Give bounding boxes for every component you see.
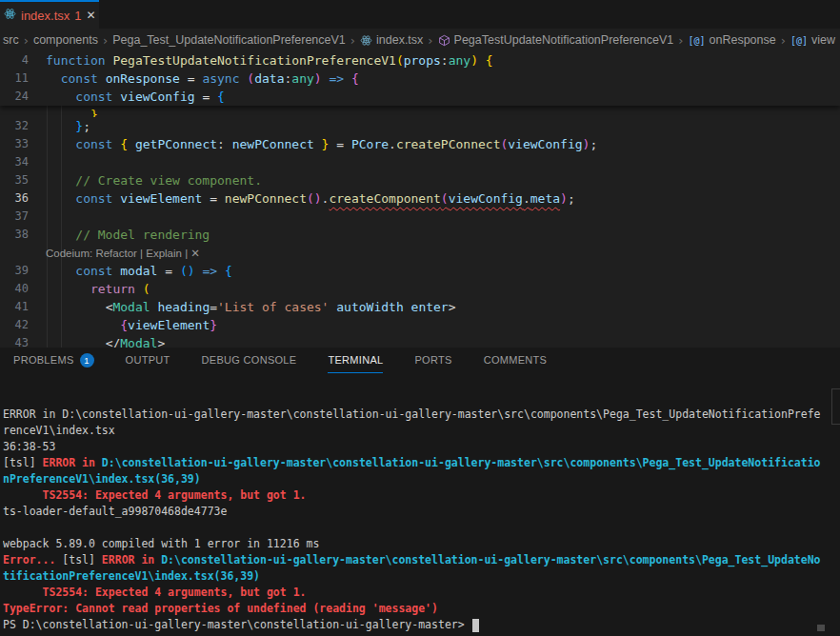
line-number[interactable]: 34 (0, 153, 29, 171)
code-token (478, 53, 486, 68)
code-token: { (486, 53, 493, 68)
breadcrumb-label: view (811, 33, 835, 47)
line-number[interactable]: 39 (0, 262, 29, 280)
panel-tab-output[interactable]: OUTPUT (126, 348, 170, 373)
code-token: => (202, 264, 217, 278)
panel-tab-comments[interactable]: COMMENTS (484, 348, 548, 373)
code-line[interactable]: 4function PegaTestUpdateNotificationPref… (0, 51, 840, 70)
code-line[interactable]: 40 return ( (0, 280, 840, 298)
line-number[interactable]: 41 (0, 298, 29, 316)
code-line[interactable]: 32 }; (0, 117, 840, 135)
line-number[interactable]: 36 (0, 189, 29, 208)
code-editor[interactable]: 4function PegaTestUpdateNotificationPref… (0, 51, 840, 348)
code-token: ) (560, 191, 568, 206)
editor-tab-bar: index.tsx 1 ✕ (0, 0, 840, 29)
code-token (46, 71, 61, 86)
code-text: </Modal> (46, 334, 165, 348)
chevron-right-icon: › (678, 33, 683, 48)
code-token: onResponse (106, 71, 180, 86)
close-icon[interactable]: ✕ (87, 9, 96, 22)
code-text: const { getPConnect: newPConnect } = PCo… (46, 135, 597, 153)
code-token: webpack 5.89.0 compiled with 1 error in … (3, 537, 319, 550)
code-token: data (254, 71, 284, 86)
code-text: const viewElement = newPConnect().create… (46, 189, 575, 208)
breadcrumb-item-components[interactable]: components (33, 33, 98, 47)
code-token: Error... (3, 553, 62, 566)
terminal-line: nPreferenceV1\index.tsx(36,39) (3, 471, 840, 487)
code-line[interactable]: 33 const { getPConnect: newPConnect } = … (0, 135, 840, 153)
line-number[interactable]: 4 (0, 51, 29, 70)
code-line[interactable]: 43 </Modal> (0, 334, 840, 348)
line-number[interactable]: 24 (0, 88, 29, 106)
code-token: const (75, 137, 112, 151)
chevron-right-icon: › (781, 33, 786, 48)
code-token: PS D:\constellation-ui-gallery-master\co… (3, 618, 471, 631)
code-token: nPreferenceV1\index.tsx(36,39) (3, 472, 201, 486)
line-number[interactable]: 35 (0, 171, 29, 189)
code-token: ERROR in D:\constellation-ui-gallery-mas… (3, 407, 821, 421)
code-token: viewConfig (120, 89, 194, 104)
breadcrumb-label: PegaTestUpdateNotificationPreferenceV1 (454, 33, 674, 47)
code-token: // Model rendering (75, 228, 210, 242)
line-number[interactable]: 42 (0, 316, 29, 334)
line-number[interactable]: 33 (0, 135, 29, 153)
code-line[interactable]: 11 const onResponse = async (data:any) =… (0, 70, 840, 88)
code-text: {viewElement} (46, 316, 217, 334)
code-line[interactable]: 36 const viewElement = newPConnect().cre… (0, 189, 840, 208)
tab-index-tsx[interactable]: index.tsx 1 ✕ (0, 0, 99, 29)
sticky-scroll: 4function PegaTestUpdateNotificationPref… (0, 51, 840, 106)
panel-tab-label: PROBLEMS (13, 354, 74, 366)
code-token: ( (143, 282, 150, 296)
code-line[interactable]: 24 const viewConfig = { (0, 88, 840, 106)
panel-tab-terminal[interactable]: TERMINAL (328, 348, 383, 373)
line-number[interactable] (0, 106, 29, 117)
panel-tab-debug-console[interactable]: DEBUG CONSOLE (202, 348, 297, 373)
code-token: . (523, 191, 530, 206)
chevron-right-icon: › (428, 33, 432, 48)
panel-tab-problems[interactable]: PROBLEMS1 (13, 348, 94, 373)
code-token (46, 89, 75, 104)
code-line[interactable]: 42 {viewElement} (0, 316, 840, 334)
breadcrumb-item-view[interactable]: [@]view (790, 33, 835, 47)
terminal[interactable]: ERROR in D:\constellation-ui-gallery-mas… (0, 373, 840, 636)
react-icon (360, 34, 372, 47)
breadcrumb-item-pega-test-updatenotificationpreferencev1[interactable]: Pega_Test_UpdateNotificationPreferenceV1 (112, 33, 346, 47)
breadcrumb-item-src[interactable]: src (3, 33, 19, 47)
panel-tab-bar: PROBLEMS1OUTPUTDEBUG CONSOLETERMINALPORT… (0, 348, 840, 373)
terminal-line (3, 520, 840, 536)
panel-tab-label: TERMINAL (328, 354, 383, 366)
breadcrumb-label: components (33, 33, 98, 47)
line-number[interactable]: 43 (0, 334, 29, 348)
problems-count-badge: 1 (80, 353, 94, 368)
code-token: { (120, 137, 128, 151)
breadcrumb-label: src (3, 33, 19, 47)
code-line[interactable]: } (0, 106, 840, 117)
code-line[interactable]: 34 (0, 153, 840, 171)
code-token: ) (470, 53, 478, 68)
code-token: ( (441, 191, 449, 206)
breadcrumb-item-onresponse[interactable]: [@]onResponse (688, 33, 775, 47)
terminal-scrollbar[interactable] (831, 388, 840, 425)
code-line[interactable]: 38 // Model rendering (0, 226, 840, 244)
line-number[interactable]: 11 (0, 70, 29, 88)
line-number[interactable]: 37 (0, 208, 29, 226)
code-token: ; (83, 119, 90, 133)
code-token: </ (106, 336, 121, 348)
code-line[interactable]: 41 <Modal heading='List of cases' autoWi… (0, 298, 840, 316)
code-line[interactable]: 35 // Create view component. (0, 171, 840, 189)
line-number[interactable]: 32 (0, 117, 29, 135)
panel-tab-ports[interactable]: PORTS (414, 348, 451, 373)
react-file-icon (4, 7, 16, 24)
line-number[interactable]: 38 (0, 226, 29, 244)
line-number[interactable]: 40 (0, 280, 29, 298)
code-line[interactable]: 37 (0, 208, 840, 226)
code-token (217, 264, 225, 278)
chevron-right-icon: › (350, 33, 355, 48)
code-token: } (90, 108, 98, 117)
codeium-codelens[interactable]: Codeium: Refactor | Explain | ✕ (0, 244, 840, 262)
terminal-line: PS D:\constellation-ui-gallery-master\co… (3, 617, 840, 633)
code-line[interactable]: 39 const modal = () => { (0, 262, 840, 280)
breadcrumb-item-pegatestupdatenotificationpreferencev1[interactable]: PegaTestUpdateNotificationPreferenceV1 (438, 33, 674, 47)
breadcrumb-item-index-tsx[interactable]: index.tsx (360, 33, 423, 47)
code-token: Modal (120, 336, 157, 348)
